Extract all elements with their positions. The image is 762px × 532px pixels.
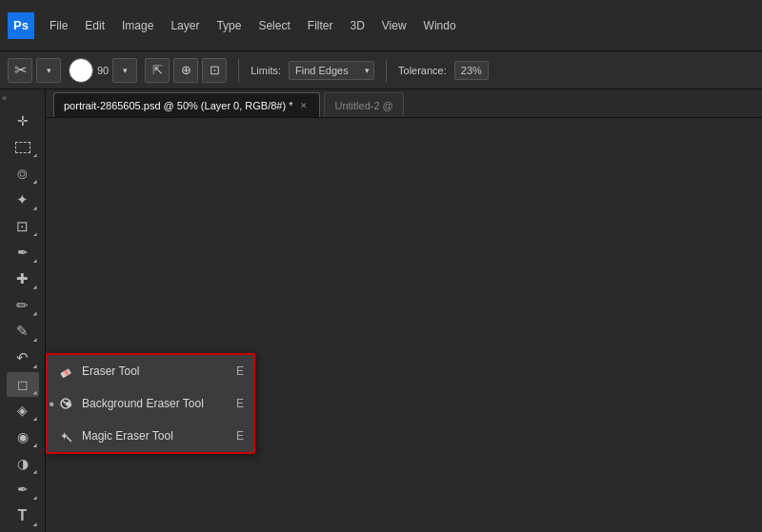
ctx-magic-eraser-shortcut: E: [236, 429, 244, 443]
menu-window[interactable]: Windo: [416, 15, 464, 36]
mode-icon-2[interactable]: ⊕: [173, 58, 198, 83]
bg-eraser-tool-icon: [57, 395, 74, 412]
history-icon: ↶: [16, 349, 29, 366]
menu-filter[interactable]: Filter: [300, 15, 341, 36]
move-icon: ✛: [17, 113, 29, 128]
tab-portrait-close[interactable]: ✕: [298, 100, 310, 111]
eyedropper-icon: ✒: [17, 245, 29, 260]
ctx-eraser-tool-label: Eraser Tool: [82, 365, 139, 378]
menu-file[interactable]: File: [42, 15, 75, 36]
left-toolbar: « ✛ ⌾ ✦ ⊡ ✒ ✚: [0, 89, 46, 532]
healing-icon: ✚: [16, 270, 29, 287]
tab-portrait[interactable]: portrait-2865605.psd @ 50% (Layer 0, RGB…: [53, 92, 320, 117]
tool-lasso[interactable]: ⌾: [7, 161, 39, 186]
tool-eyedropper[interactable]: ✒: [7, 240, 39, 265]
ctx-eraser-tool-shortcut: E: [236, 365, 244, 378]
tool-dodge[interactable]: ◑: [7, 451, 39, 476]
limits-dropdown[interactable]: Find Edges: [289, 61, 374, 80]
clone-icon: ✎: [16, 323, 29, 340]
menu-view[interactable]: View: [374, 15, 414, 36]
mode-icons-group: ⇱ ⊕ ⊡: [145, 58, 227, 83]
tolerance-label: Tolerance:: [398, 65, 447, 76]
crop-icon: ⊡: [16, 218, 29, 235]
tool-crop[interactable]: ⊡: [7, 214, 39, 239]
tool-type[interactable]: T: [7, 503, 39, 528]
tool-history[interactable]: ↶: [7, 345, 39, 370]
lasso-icon: ⌾: [17, 164, 28, 184]
eraser-tool-icon: [57, 363, 74, 380]
options-bar: ✂ ▾ 90 ▾ ⇱ ⊕ ⊡ Limits: Find Edges Tolera…: [0, 51, 762, 89]
tool-clone[interactable]: ✎: [7, 320, 39, 345]
ps-logo: Ps: [8, 12, 34, 39]
mode-icon-1[interactable]: ⇱: [145, 58, 170, 83]
brush-icon-group: ✂ ▾: [8, 58, 61, 83]
tolerance-input[interactable]: 23%: [454, 61, 489, 80]
mode-icon-3[interactable]: ⊡: [202, 58, 227, 83]
tab-untitled[interactable]: Untitled-2 @: [324, 92, 403, 117]
brush-dropdown-arrow[interactable]: ▾: [36, 58, 61, 83]
limits-label: Limits:: [251, 65, 281, 76]
menu-edit[interactable]: Edit: [77, 15, 112, 36]
menu-bar: Ps File Edit Image Layer Type Select Fil…: [0, 0, 762, 51]
tool-blur[interactable]: ◉: [7, 424, 39, 449]
pen-icon: ✒: [17, 482, 29, 497]
brush-preview[interactable]: [69, 58, 93, 83]
tool-gradient[interactable]: ◈: [7, 399, 39, 424]
tool-marquee[interactable]: [7, 135, 39, 160]
brush-size-dropdown[interactable]: ▾: [112, 58, 137, 83]
type-icon: T: [18, 507, 28, 524]
tool-magic-wand[interactable]: ✦: [7, 187, 39, 212]
menu-select[interactable]: Select: [251, 15, 297, 36]
brush-icon: ✏: [16, 297, 29, 314]
marquee-icon: [15, 142, 30, 153]
eraser-icon: ◻: [17, 377, 29, 392]
ctx-bg-eraser-shortcut: E: [236, 397, 244, 410]
magic-wand-icon: ✦: [16, 191, 29, 208]
menu-3d[interactable]: 3D: [342, 15, 371, 36]
menu-type[interactable]: Type: [209, 15, 249, 36]
menu-image[interactable]: Image: [114, 15, 161, 36]
tool-pen[interactable]: ✒: [7, 478, 39, 502]
ctx-bg-eraser-tool[interactable]: Background Eraser Tool E: [48, 387, 253, 420]
canvas: [46, 118, 762, 532]
eraser-context-menu: Eraser Tool E Background Eraser Tool E ✦…: [46, 353, 255, 454]
eraser-options-icon[interactable]: ✂: [8, 58, 32, 83]
ctx-magic-eraser-tool[interactable]: ✦ Magic Eraser Tool E: [48, 420, 253, 452]
tool-brush[interactable]: ✏: [7, 293, 39, 318]
tool-healing[interactable]: ✚: [7, 266, 39, 291]
blur-icon: ◉: [17, 429, 29, 444]
ctx-eraser-tool[interactable]: Eraser Tool E: [48, 355, 253, 387]
tool-move[interactable]: ✛: [7, 108, 39, 133]
ctx-bg-eraser-label: Background Eraser Tool: [82, 397, 204, 410]
magic-eraser-tool-icon: ✦: [57, 427, 74, 444]
tabs-bar: portrait-2865605.psd @ 50% (Layer 0, RGB…: [46, 89, 762, 118]
brush-preview-group[interactable]: 90 ▾: [69, 58, 137, 83]
main-area: « ✛ ⌾ ✦ ⊡ ✒ ✚: [0, 89, 762, 532]
collapse-arrow[interactable]: «: [2, 93, 7, 103]
tab-portrait-label: portrait-2865605.psd @ 50% (Layer 0, RGB…: [64, 100, 292, 111]
tab-untitled-label: Untitled-2 @: [334, 100, 392, 111]
separator-1: [238, 59, 239, 82]
separator-2: [386, 59, 387, 82]
brush-size-label: 90: [97, 65, 109, 76]
gradient-icon: ◈: [17, 403, 28, 418]
canvas-area: portrait-2865605.psd @ 50% (Layer 0, RGB…: [46, 89, 762, 532]
dodge-icon: ◑: [17, 456, 29, 471]
tool-eraser[interactable]: ◻: [7, 372, 39, 397]
menu-layer[interactable]: Layer: [163, 15, 207, 36]
ctx-magic-eraser-label: Magic Eraser Tool: [82, 429, 173, 443]
svg-text:✦: ✦: [60, 430, 69, 442]
